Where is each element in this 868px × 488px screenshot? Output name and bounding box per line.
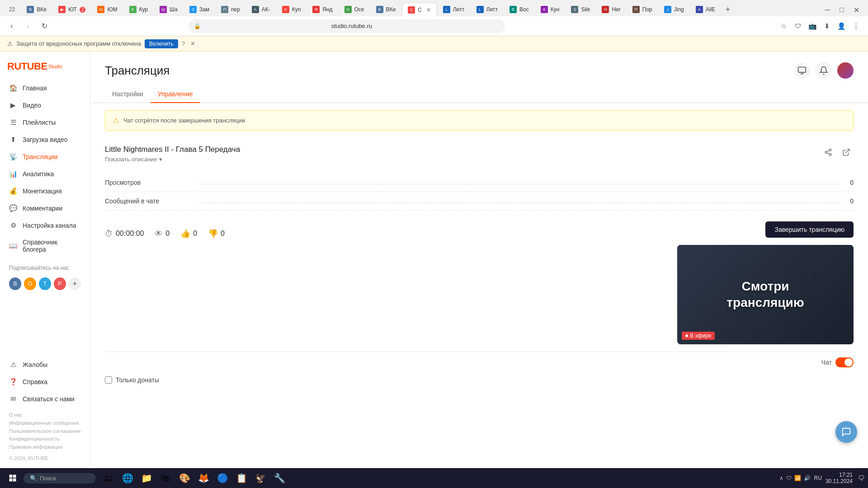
start-btn[interactable] [4, 470, 22, 486]
tab-management[interactable]: Управление [151, 86, 200, 103]
tab-ose[interactable]: О Осе [339, 3, 370, 16]
show-description-btn[interactable]: Показать описание ▾ [105, 156, 821, 163]
refresh-btn[interactable]: ↻ [38, 20, 51, 33]
footer-legal[interactable]: Правовая информация [9, 443, 81, 451]
footer-about[interactable]: О нас [9, 411, 81, 419]
tab-kun[interactable]: К Кун [535, 3, 565, 16]
fab-support-btn[interactable] [835, 421, 857, 443]
social-tg-link[interactable]: T [39, 277, 51, 290]
network-icon[interactable]: 📶 [794, 475, 801, 481]
extension-btn[interactable]: 🛡 [792, 20, 805, 33]
sidebar-item-home[interactable]: 🏠 Главная [0, 80, 90, 97]
taskbar-files-btn[interactable]: 📁 [137, 470, 156, 486]
user-avatar-btn[interactable] [837, 62, 854, 79]
cast-btn[interactable]: 📺 [807, 20, 819, 33]
sidebar-item-analytics[interactable]: 📊 Аналитика [0, 165, 90, 183]
minimize-btn[interactable]: ─ [821, 4, 834, 16]
tab-yad[interactable]: Я Янд [307, 3, 338, 16]
taskbar-search[interactable]: 🔍 Поиск [24, 473, 96, 483]
tab-zam[interactable]: З Зам [184, 3, 215, 16]
tab-litt1-favicon: L [443, 6, 450, 13]
sidebar-item-upload[interactable]: ⬆ Загрузка видео [0, 131, 90, 148]
taskbar-edge-btn[interactable]: 🌐 [118, 470, 137, 486]
sidebar-item-channel-settings[interactable]: ⚙ Настройка канала [0, 217, 90, 234]
close-window-btn[interactable]: ✕ [850, 4, 863, 16]
sidebar-item-monetization[interactable]: 💰 Монетизация [0, 183, 90, 200]
taskbar-app7-btn[interactable]: 📋 [232, 470, 250, 486]
end-stream-btn[interactable]: Завершить трансляцию [765, 221, 854, 238]
menu-btn[interactable]: ⋮ [850, 20, 863, 33]
social-ok-link[interactable]: О [24, 277, 36, 290]
tab-litt1[interactable]: L Литт [438, 3, 470, 16]
screen-record-btn[interactable] [794, 62, 810, 79]
taskbar-yabro-btn[interactable]: 🦊 [194, 470, 212, 486]
chat-toggle-row: Чат [821, 357, 854, 367]
tab-vk[interactable]: В ВКе [21, 3, 52, 16]
tab-kup[interactable]: К Куп [277, 3, 307, 16]
footer-privacy[interactable]: Конфиденциальность [9, 435, 81, 443]
security-close-btn[interactable]: ✕ [190, 40, 195, 47]
social-vk-link[interactable]: В [9, 277, 21, 290]
taskbar-store-btn[interactable]: 🛍 [156, 470, 175, 486]
volume-icon[interactable]: 🔊 [804, 475, 811, 481]
taskbar-clock[interactable]: 17:21 30.11.2024 [826, 472, 854, 484]
chat-toggle[interactable] [835, 357, 854, 367]
tab-kur[interactable]: К Кур [124, 3, 154, 16]
taskbar-app9-btn[interactable]: 🔧 [270, 470, 288, 486]
sidebar-item-help[interactable]: ❓ Справка [0, 373, 90, 390]
tab-vki[interactable]: В ВКи [371, 3, 401, 16]
tab-22[interactable]: 22 [4, 3, 20, 16]
tab-alle[interactable]: A AllE [690, 3, 721, 16]
taskbar-tool1-btn[interactable]: 🎨 [175, 470, 193, 486]
security-info-icon[interactable]: ? [182, 40, 185, 47]
maximize-btn[interactable]: □ [835, 4, 848, 16]
forward-btn[interactable]: › [22, 20, 34, 33]
footer-info[interactable]: Информационные сообщения [9, 419, 81, 427]
tab-litt2[interactable]: L Литт [471, 3, 504, 16]
sidebar-item-complaints[interactable]: ⚠ Жалобы [0, 356, 90, 373]
sidebar-item-comments[interactable]: 💬 Комментарии [0, 200, 90, 217]
tab-sha[interactable]: Ш Ша [154, 3, 183, 16]
tab-jing-label: Jing [674, 6, 684, 13]
security-enable-btn[interactable]: Включить [145, 39, 178, 48]
notification-btn[interactable] [816, 62, 832, 79]
taskbar-firefox-btn[interactable]: 🦅 [251, 470, 269, 486]
chevron-icon[interactable]: ∧ [779, 475, 783, 481]
sidebar-item-playlists[interactable]: ☰ Плейлисты [0, 114, 90, 131]
social-rs-link[interactable]: Р [54, 277, 66, 290]
taskbar-explorer-btn[interactable]: 🗂 [99, 470, 118, 486]
tab-active[interactable]: С С ✕ [402, 3, 437, 16]
tab-sile[interactable]: S Sile [566, 3, 595, 16]
tab-ak[interactable]: А АК- [246, 3, 276, 16]
tab-yt[interactable]: ▶ ЮТ 2 [53, 3, 91, 16]
tab-ym[interactable]: Ю ЮМ [92, 3, 123, 16]
download-btn[interactable]: ⬇ [821, 20, 834, 33]
lock-icon: 🔒 [194, 23, 201, 29]
only-donations-checkbox[interactable] [105, 376, 112, 384]
tab-vos[interactable]: В Вос [504, 3, 534, 16]
tab-jing[interactable]: J Jing [659, 3, 689, 16]
tab-por[interactable]: П Пор [627, 3, 658, 16]
tab-her[interactable]: H Her [596, 3, 626, 16]
notification-center-icon[interactable]: 🗨 [858, 474, 864, 482]
new-tab-btn[interactable]: + [722, 3, 734, 16]
taskbar: 🔍 Поиск 🗂 🌐 📁 🛍 🎨 🦊 🔵 📋 🦅 [0, 468, 868, 488]
share-btn[interactable] [821, 145, 835, 160]
profile-btn[interactable]: 👤 [835, 20, 848, 33]
bookmark-btn[interactable]: ☆ [778, 20, 790, 33]
sidebar-item-contact[interactable]: ✉ Связаться с нами [0, 390, 90, 408]
tab-close-btn[interactable]: ✕ [426, 7, 431, 13]
tab-settings[interactable]: Настройки [105, 86, 151, 103]
subscribe-section-label: Подписывайтесь на нас [0, 258, 90, 274]
tab-per[interactable]: П пер [216, 3, 245, 16]
back-btn[interactable]: ‹ [5, 20, 18, 33]
address-input[interactable]: 🔒 studio.rutube.ru [189, 19, 505, 33]
footer-terms[interactable]: Пользовательское соглашение [9, 427, 81, 436]
open-external-btn[interactable] [839, 145, 854, 160]
taskbar-chrome-btn[interactable]: 🔵 [213, 470, 231, 486]
tab-ak-favicon: А [252, 6, 259, 13]
sidebar-item-video[interactable]: ▶ Видео [0, 97, 90, 114]
sidebar-item-streams[interactable]: 📡 Трансляции [0, 148, 90, 165]
social-add-btn[interactable]: + [69, 277, 81, 290]
sidebar-item-blogger-guide[interactable]: 📖 Справочник блогера [0, 234, 90, 258]
